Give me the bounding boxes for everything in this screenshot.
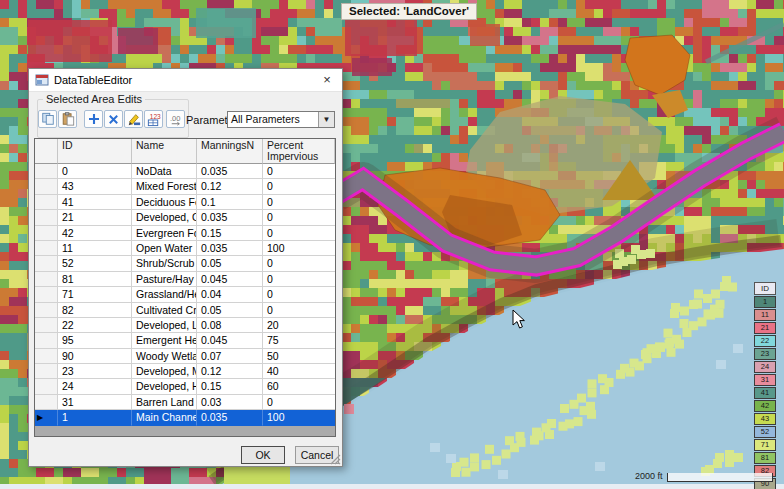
table-cell[interactable]: 0 bbox=[263, 256, 335, 271]
table-row[interactable]: 71Grassland/Herba...0.040 bbox=[35, 287, 335, 302]
row-selector-cell[interactable]: ▶ bbox=[35, 410, 58, 425]
table-row[interactable]: 82Cultivated Crops0.050 bbox=[35, 303, 335, 318]
table-cell[interactable]: 0.045 bbox=[197, 333, 263, 348]
table-cell[interactable]: Barren Land Roc... bbox=[132, 395, 197, 410]
column-header[interactable]: ManningsN bbox=[197, 139, 263, 164]
table-cell[interactable]: 0.1 bbox=[197, 195, 263, 210]
table-cell[interactable]: 0 bbox=[263, 179, 335, 194]
decimal-places-button[interactable]: .00 bbox=[166, 110, 185, 128]
close-button[interactable]: × bbox=[312, 69, 342, 90]
table-row[interactable]: 90Woody Wetlands0.0750 bbox=[35, 349, 335, 364]
table-row[interactable]: ▶1Main Channel0.035100 bbox=[35, 410, 335, 425]
row-selector-cell[interactable] bbox=[35, 226, 58, 241]
row-selector-cell[interactable] bbox=[35, 303, 58, 318]
table-cell[interactable]: 31 bbox=[58, 395, 132, 410]
table-cell[interactable]: 0.035 bbox=[197, 241, 263, 256]
table-cell[interactable]: Developed, Medi... bbox=[132, 364, 197, 379]
parameter-combobox[interactable]: All Parameters ▼ bbox=[227, 111, 335, 128]
table-row[interactable]: 41Deciduous Forest0.10 bbox=[35, 195, 335, 210]
table-cell[interactable]: 1 bbox=[58, 410, 132, 425]
paste-button[interactable] bbox=[58, 110, 77, 128]
table-cell[interactable]: 43 bbox=[58, 179, 132, 194]
row-selector-cell[interactable] bbox=[35, 195, 58, 210]
table-cell[interactable]: 0 bbox=[263, 303, 335, 318]
chevron-down-icon[interactable]: ▼ bbox=[318, 112, 334, 127]
table-cell[interactable]: Cultivated Crops bbox=[132, 303, 197, 318]
table-cell[interactable]: 0 bbox=[263, 287, 335, 302]
table-cell[interactable]: 0 bbox=[263, 210, 335, 225]
add-row-button[interactable] bbox=[84, 110, 103, 128]
column-header[interactable]: Percent Impervious bbox=[263, 139, 335, 164]
table-cell[interactable]: 0.05 bbox=[197, 256, 263, 271]
table-row[interactable]: 95Emergent Herbac...0.04575 bbox=[35, 333, 335, 348]
row-selector-cell[interactable] bbox=[35, 364, 58, 379]
table-cell[interactable]: Emergent Herbac... bbox=[132, 333, 197, 348]
table-cell[interactable]: 82 bbox=[58, 303, 132, 318]
table-row[interactable]: 42Evergreen Forest0.150 bbox=[35, 226, 335, 241]
table-cell[interactable]: Main Channel bbox=[132, 410, 197, 425]
table-cell[interactable]: 100 bbox=[263, 410, 335, 425]
table-cell[interactable]: Open Water bbox=[132, 241, 197, 256]
table-cell[interactable]: 52 bbox=[58, 256, 132, 271]
table-cell[interactable]: 0.035 bbox=[197, 164, 263, 179]
row-selector-cell[interactable] bbox=[35, 349, 58, 364]
table-cell[interactable]: Developed, Low ... bbox=[132, 318, 197, 333]
table-cell[interactable]: 0.12 bbox=[197, 364, 263, 379]
table-row[interactable]: 24Developed, High ...0.1560 bbox=[35, 379, 335, 394]
table-cell[interactable]: 0.07 bbox=[197, 349, 263, 364]
row-selector-cell[interactable] bbox=[35, 395, 58, 410]
table-cell[interactable]: 81 bbox=[58, 272, 132, 287]
table-cell[interactable]: NoData bbox=[132, 164, 197, 179]
table-cell[interactable]: 0.03 bbox=[197, 395, 263, 410]
table-cell[interactable]: 0 bbox=[263, 272, 335, 287]
table-cell[interactable]: 95 bbox=[58, 333, 132, 348]
resize-grip[interactable] bbox=[330, 454, 341, 465]
table-cell[interactable]: 75 bbox=[263, 333, 335, 348]
table-row[interactable]: 21Developed, Ope...0.0350 bbox=[35, 210, 335, 225]
table-cell[interactable]: Grassland/Herba... bbox=[132, 287, 197, 302]
row-selector-cell[interactable] bbox=[35, 333, 58, 348]
table-cell[interactable]: 0 bbox=[263, 395, 335, 410]
table-row[interactable]: 23Developed, Medi...0.1240 bbox=[35, 364, 335, 379]
row-selector-cell[interactable] bbox=[35, 241, 58, 256]
column-header[interactable]: ID bbox=[58, 139, 132, 164]
table-cell[interactable]: Evergreen Forest bbox=[132, 226, 197, 241]
table-cell[interactable]: 0.045 bbox=[197, 272, 263, 287]
table-cell[interactable]: 0.15 bbox=[197, 226, 263, 241]
table-cell[interactable]: Mixed Forest bbox=[132, 179, 197, 194]
table-cell[interactable]: 0 bbox=[263, 226, 335, 241]
table-cell[interactable]: 0.08 bbox=[197, 318, 263, 333]
table-cell[interactable]: 0.12 bbox=[197, 179, 263, 194]
dialog-titlebar[interactable]: DataTableEditor × bbox=[29, 69, 342, 92]
row-selector-cell[interactable] bbox=[35, 164, 58, 179]
row-selector-cell[interactable] bbox=[35, 318, 58, 333]
table-cell[interactable]: 23 bbox=[58, 364, 132, 379]
data-table-editor-dialog[interactable]: DataTableEditor × Selected Area Edits bbox=[28, 68, 343, 467]
table-cell[interactable]: Pasture/Hay bbox=[132, 272, 197, 287]
row-selector-cell[interactable] bbox=[35, 256, 58, 271]
table-cell[interactable]: 22 bbox=[58, 318, 132, 333]
delete-row-button[interactable] bbox=[104, 110, 123, 128]
table-cell[interactable]: 11 bbox=[58, 241, 132, 256]
row-selector-cell[interactable] bbox=[35, 272, 58, 287]
table-cell[interactable]: 20 bbox=[263, 318, 335, 333]
table-row[interactable]: 0NoData0.0350 bbox=[35, 164, 335, 179]
table-row[interactable]: 81Pasture/Hay0.0450 bbox=[35, 272, 335, 287]
renumber-button[interactable]: 123 bbox=[144, 110, 163, 128]
table-cell[interactable]: 0.035 bbox=[197, 410, 263, 425]
table-cell[interactable]: 0.15 bbox=[197, 379, 263, 394]
table-cell[interactable]: 0 bbox=[263, 164, 335, 179]
table-cell[interactable]: 50 bbox=[263, 349, 335, 364]
table-row[interactable]: 11Open Water0.035100 bbox=[35, 241, 335, 256]
table-cell[interactable]: 40 bbox=[263, 364, 335, 379]
data-table[interactable]: IDNameManningsNPercent Impervious0NoData… bbox=[34, 138, 336, 437]
ok-button[interactable]: OK bbox=[241, 446, 285, 464]
map-viewport[interactable]: Selected: 'LandCover' ID 111212223243141… bbox=[0, 0, 784, 489]
table-cell[interactable]: Developed, High ... bbox=[132, 379, 197, 394]
table-row[interactable]: 52Shrub/Scrub0.050 bbox=[35, 256, 335, 271]
row-selector-cell[interactable] bbox=[35, 287, 58, 302]
column-header[interactable]: Name bbox=[132, 139, 197, 164]
table-cell[interactable]: 71 bbox=[58, 287, 132, 302]
table-row[interactable]: 43Mixed Forest0.120 bbox=[35, 179, 335, 194]
table-cell[interactable]: 0.035 bbox=[197, 210, 263, 225]
